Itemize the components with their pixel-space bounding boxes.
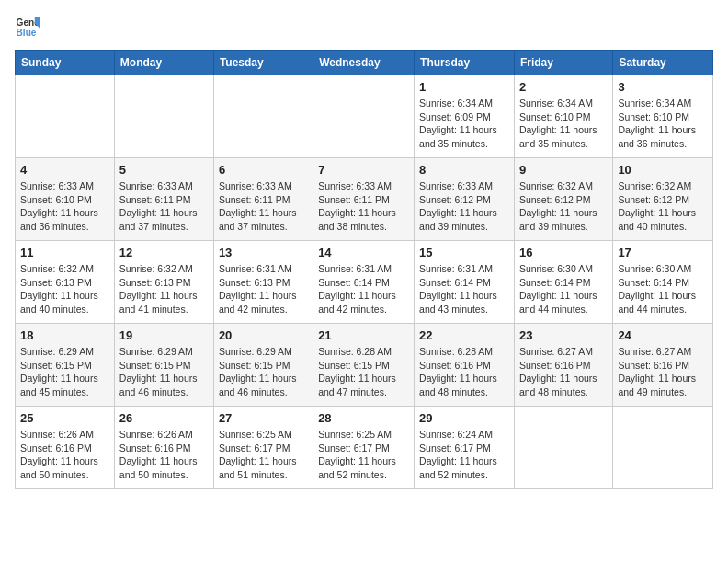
calendar-cell: 14Sunrise: 6:31 AM Sunset: 6:14 PM Dayli… [313,241,415,324]
day-info: Sunrise: 6:24 AM Sunset: 6:17 PM Dayligh… [419,428,509,482]
day-number: 26 [119,411,209,425]
day-number: 7 [318,163,409,177]
calendar-cell: 19Sunrise: 6:29 AM Sunset: 6:15 PM Dayli… [114,324,213,407]
column-header-monday: Monday [114,51,213,75]
day-info: Sunrise: 6:29 AM Sunset: 6:15 PM Dayligh… [219,345,308,399]
day-info: Sunrise: 6:28 AM Sunset: 6:15 PM Dayligh… [318,345,409,399]
day-number: 18 [20,328,109,342]
day-number: 13 [219,246,308,259]
calendar-cell: 6Sunrise: 6:33 AM Sunset: 6:11 PM Daylig… [213,158,313,241]
column-header-friday: Friday [514,51,612,75]
calendar-cell: 8Sunrise: 6:33 AM Sunset: 6:12 PM Daylig… [415,158,515,241]
day-info: Sunrise: 6:29 AM Sunset: 6:15 PM Dayligh… [20,345,109,399]
day-info: Sunrise: 6:27 AM Sunset: 6:16 PM Dayligh… [618,345,708,399]
calendar-cell: 26Sunrise: 6:26 AM Sunset: 6:16 PM Dayli… [114,407,213,489]
calendar-week-row: 4Sunrise: 6:33 AM Sunset: 6:10 PM Daylig… [16,158,713,241]
column-header-wednesday: Wednesday [313,51,415,75]
calendar-header-row: SundayMondayTuesdayWednesdayThursdayFrid… [16,51,713,75]
day-number: 10 [618,163,708,177]
day-info: Sunrise: 6:33 AM Sunset: 6:11 PM Dayligh… [318,179,409,234]
day-number: 23 [519,328,608,342]
day-info: Sunrise: 6:33 AM Sunset: 6:11 PM Dayligh… [219,179,308,234]
calendar-cell: 5Sunrise: 6:33 AM Sunset: 6:11 PM Daylig… [114,158,213,241]
day-info: Sunrise: 6:34 AM Sunset: 6:09 PM Dayligh… [419,97,509,151]
calendar-cell: 15Sunrise: 6:31 AM Sunset: 6:14 PM Dayli… [415,241,515,324]
column-header-thursday: Thursday [415,51,515,75]
day-number: 25 [20,411,109,425]
day-info: Sunrise: 6:30 AM Sunset: 6:14 PM Dayligh… [519,262,608,316]
calendar-cell: 22Sunrise: 6:28 AM Sunset: 6:16 PM Dayli… [415,324,515,407]
day-number: 22 [419,328,509,342]
day-number: 28 [318,411,409,425]
day-info: Sunrise: 6:28 AM Sunset: 6:16 PM Dayligh… [419,345,509,399]
day-number: 29 [419,411,509,425]
day-number: 15 [419,246,509,259]
day-info: Sunrise: 6:25 AM Sunset: 6:17 PM Dayligh… [318,428,409,482]
day-number: 8 [419,163,509,177]
calendar-cell: 27Sunrise: 6:25 AM Sunset: 6:17 PM Dayli… [213,407,313,489]
day-number: 20 [219,328,308,342]
day-number: 24 [618,328,708,342]
page-header: General Blue [15,15,713,40]
calendar-cell: 9Sunrise: 6:32 AM Sunset: 6:12 PM Daylig… [514,158,612,241]
calendar-cell [613,407,713,489]
calendar-week-row: 11Sunrise: 6:32 AM Sunset: 6:13 PM Dayli… [16,241,713,324]
day-info: Sunrise: 6:33 AM Sunset: 6:12 PM Dayligh… [419,179,509,234]
day-info: Sunrise: 6:34 AM Sunset: 6:10 PM Dayligh… [519,97,608,151]
logo-icon: General Blue [15,15,40,40]
day-number: 16 [519,246,608,259]
day-number: 2 [519,80,608,94]
calendar-cell: 4Sunrise: 6:33 AM Sunset: 6:10 PM Daylig… [16,158,115,241]
day-number: 1 [419,80,509,94]
calendar-table: SundayMondayTuesdayWednesdayThursdayFrid… [15,50,713,489]
calendar-cell [16,75,115,158]
day-number: 11 [20,246,109,259]
calendar-cell: 12Sunrise: 6:32 AM Sunset: 6:13 PM Dayli… [114,241,213,324]
calendar-cell: 11Sunrise: 6:32 AM Sunset: 6:13 PM Dayli… [16,241,115,324]
day-info: Sunrise: 6:32 AM Sunset: 6:13 PM Dayligh… [119,262,209,316]
calendar-cell: 17Sunrise: 6:30 AM Sunset: 6:14 PM Dayli… [613,241,713,324]
column-header-saturday: Saturday [613,51,713,75]
calendar-cell: 20Sunrise: 6:29 AM Sunset: 6:15 PM Dayli… [213,324,313,407]
day-info: Sunrise: 6:32 AM Sunset: 6:12 PM Dayligh… [618,179,708,234]
day-number: 17 [618,246,708,259]
calendar-week-row: 18Sunrise: 6:29 AM Sunset: 6:15 PM Dayli… [16,324,713,407]
day-number: 12 [119,246,209,259]
calendar-cell: 28Sunrise: 6:25 AM Sunset: 6:17 PM Dayli… [313,407,415,489]
calendar-cell [114,75,213,158]
day-number: 14 [318,246,409,259]
day-number: 21 [318,328,409,342]
calendar-cell: 3Sunrise: 6:34 AM Sunset: 6:10 PM Daylig… [613,75,713,158]
svg-text:Blue: Blue [17,28,37,38]
day-info: Sunrise: 6:30 AM Sunset: 6:14 PM Dayligh… [618,262,708,316]
day-info: Sunrise: 6:33 AM Sunset: 6:10 PM Dayligh… [20,179,109,234]
calendar-cell [514,407,612,489]
day-info: Sunrise: 6:32 AM Sunset: 6:13 PM Dayligh… [20,262,109,316]
calendar-cell: 2Sunrise: 6:34 AM Sunset: 6:10 PM Daylig… [514,75,612,158]
day-number: 9 [519,163,608,177]
calendar-cell: 1Sunrise: 6:34 AM Sunset: 6:09 PM Daylig… [415,75,515,158]
day-number: 5 [119,163,209,177]
column-header-sunday: Sunday [16,51,115,75]
day-info: Sunrise: 6:34 AM Sunset: 6:10 PM Dayligh… [618,97,708,151]
calendar-cell: 10Sunrise: 6:32 AM Sunset: 6:12 PM Dayli… [613,158,713,241]
day-info: Sunrise: 6:31 AM Sunset: 6:13 PM Dayligh… [219,262,308,316]
calendar-cell: 23Sunrise: 6:27 AM Sunset: 6:16 PM Dayli… [514,324,612,407]
column-header-tuesday: Tuesday [213,51,313,75]
calendar-week-row: 25Sunrise: 6:26 AM Sunset: 6:16 PM Dayli… [16,407,713,489]
day-info: Sunrise: 6:31 AM Sunset: 6:14 PM Dayligh… [419,262,509,316]
day-number: 6 [219,163,308,177]
calendar-cell: 13Sunrise: 6:31 AM Sunset: 6:13 PM Dayli… [213,241,313,324]
calendar-cell: 7Sunrise: 6:33 AM Sunset: 6:11 PM Daylig… [313,158,415,241]
day-info: Sunrise: 6:29 AM Sunset: 6:15 PM Dayligh… [119,345,209,399]
day-number: 4 [20,163,109,177]
calendar-cell [213,75,313,158]
calendar-cell: 29Sunrise: 6:24 AM Sunset: 6:17 PM Dayli… [415,407,515,489]
day-info: Sunrise: 6:26 AM Sunset: 6:16 PM Dayligh… [119,428,209,482]
logo: General Blue [15,15,40,40]
calendar-cell: 24Sunrise: 6:27 AM Sunset: 6:16 PM Dayli… [613,324,713,407]
calendar-cell: 18Sunrise: 6:29 AM Sunset: 6:15 PM Dayli… [16,324,115,407]
calendar-cell: 16Sunrise: 6:30 AM Sunset: 6:14 PM Dayli… [514,241,612,324]
day-info: Sunrise: 6:26 AM Sunset: 6:16 PM Dayligh… [20,428,109,482]
day-number: 19 [119,328,209,342]
